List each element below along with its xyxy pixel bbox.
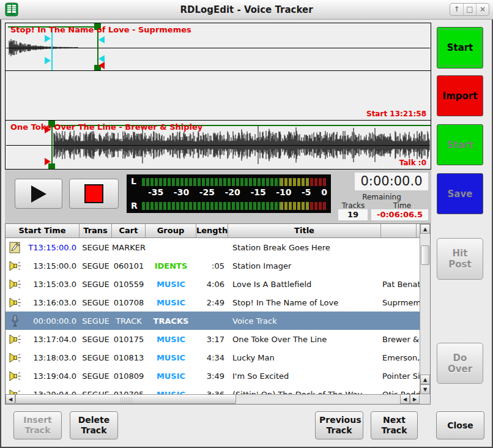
- window-title: RDLogEdit - Voice Tracker: [0, 4, 493, 15]
- next-track-button[interactable]: Next Track: [371, 411, 418, 439]
- cell-start-time: 13:15:03.0: [22, 280, 80, 289]
- column-header-start-time[interactable]: Start Time: [6, 224, 80, 238]
- stop-button[interactable]: [69, 179, 119, 209]
- cell-start-time: 13:18:03.0: [22, 353, 80, 362]
- speaker-icon: [6, 261, 22, 271]
- end-marker-icon[interactable]: [98, 62, 105, 69]
- play-button[interactable]: [15, 179, 62, 209]
- column-header-length[interactable]: Length: [196, 224, 228, 238]
- vertical-scroll-thumb[interactable]: [421, 245, 429, 265]
- remaining-tracks-label: Tracks: [333, 201, 373, 210]
- scrollbar-corner: [420, 394, 430, 404]
- playhead-marker-icon[interactable]: [45, 57, 51, 64]
- track-panel-previous-event[interactable]: Stop! In The Name of Love - Suprmemes: [5, 23, 431, 71]
- table-row[interactable]: 00:00:00.0SEGUETRACKTRACKSVoice Track: [6, 312, 420, 330]
- cell-cart: 010559: [112, 280, 146, 289]
- vu-scale-tick: -25: [199, 187, 215, 197]
- do-over-button[interactable]: Do Over: [437, 343, 483, 384]
- vertical-scrollbar[interactable]: ▲ ▲ ▼: [420, 224, 430, 394]
- start-marker-icon[interactable]: [45, 158, 51, 165]
- scroll-up-button[interactable]: ▲: [420, 375, 430, 384]
- cell-cart: 010705: [112, 390, 146, 395]
- previous-track-title: Stop! In The Name of Love - Suprmemes: [10, 25, 191, 34]
- cell-title: Station Imager: [228, 261, 381, 271]
- column-header-title[interactable]: Title: [228, 224, 381, 238]
- cell-transition: SEGUE: [80, 335, 112, 344]
- cell-transition: SEGUE: [80, 316, 112, 326]
- close-button[interactable]: Close: [436, 411, 484, 439]
- track-panel-voice-track[interactable]: Start 13:21:58: [5, 70, 431, 121]
- vu-scale-tick: -15: [250, 187, 265, 197]
- app-icon: [5, 2, 18, 17]
- scroll-grip-icon: [120, 397, 132, 403]
- start-record-button[interactable]: Start: [437, 27, 483, 69]
- scroll-right-button[interactable]: ▶: [410, 394, 420, 404]
- cell-length: 2:49: [196, 298, 228, 307]
- table-row[interactable]: 13:16:03.0SEGUE010708MUSIC2:49Stop! In T…: [6, 293, 420, 312]
- vu-scale-tick: -30: [174, 187, 189, 197]
- speaker-icon: [6, 353, 22, 363]
- cell-title: (Sittin' On) The Dock of The Way: [228, 390, 381, 395]
- left-channel-label: L: [131, 176, 136, 186]
- table-row[interactable]: 13:18:03.0SEGUE010813MUSIC4:34Lucky ManE…: [6, 348, 420, 367]
- cell-cart: 060101: [112, 261, 146, 271]
- import-button[interactable]: Import: [437, 75, 483, 116]
- save-button[interactable]: Save: [437, 173, 483, 214]
- track-panel-next-event[interactable]: One Toke Over The Line - Brewer & Shiple…: [5, 120, 431, 170]
- table-row[interactable]: 13:17:04.0SEGUE010175MUSIC3:17One Toke O…: [6, 330, 420, 348]
- talk-time-annotation: Talk :0: [399, 159, 426, 167]
- table-row[interactable]: 13:15:00.0SEGUE060101IDENTS:05Station Im…: [6, 256, 420, 275]
- cell-cart: 010708: [112, 298, 146, 307]
- scroll-left-button[interactable]: ◀: [6, 394, 15, 404]
- table-row[interactable]: T13:15:00.0SEGUEMARKERStation Break Goes…: [6, 238, 420, 256]
- cell-group: MUSIC: [146, 298, 196, 307]
- cell-artist: Pointer Sisters: [381, 371, 420, 381]
- column-header-trans[interactable]: Trans: [80, 224, 112, 238]
- cell-cart: 010175: [112, 335, 146, 344]
- cell-start-time: 13:16:03.0: [22, 298, 80, 307]
- horizontal-scroll-thumb[interactable]: [15, 394, 236, 404]
- close-window-button[interactable]: ×: [476, 4, 489, 15]
- speaker-icon: [6, 297, 22, 308]
- speaker-icon: [6, 279, 22, 289]
- cell-artist: Suprmemes: [381, 298, 420, 307]
- cell-cart: TRACK: [112, 316, 146, 326]
- scroll-down-button[interactable]: ▼: [420, 384, 430, 394]
- column-header-group[interactable]: Group: [146, 224, 196, 238]
- vu-scale-tick: -5: [302, 187, 311, 197]
- column-header-cart[interactable]: Cart: [112, 224, 146, 238]
- vu-meter-scale: -35-30-25-20-15-10-50: [142, 187, 327, 197]
- delete-track-button[interactable]: Delete Track: [70, 411, 118, 439]
- cell-group: MUSIC: [146, 335, 196, 344]
- maximize-window-button[interactable]: □: [463, 4, 476, 15]
- vu-scale-tick: -10: [276, 187, 291, 197]
- insert-track-button[interactable]: Insert Track: [13, 411, 62, 439]
- table-row[interactable]: 13:15:03.0SEGUE010559MUSIC4:06Love Is A …: [6, 275, 420, 293]
- vu-scale-tick: -20: [225, 187, 240, 197]
- playhead-marker-icon[interactable]: [45, 35, 51, 42]
- waveform-editor: Stop! In The Name of Love - Suprmemes St…: [5, 23, 431, 170]
- cell-title: I'm So Excited: [228, 371, 381, 381]
- previous-track-button[interactable]: Previous Track: [315, 411, 363, 439]
- remaining-time-value: -0:06:06.5: [371, 209, 428, 220]
- start-playback-button[interactable]: Start: [437, 124, 483, 165]
- note-icon: [6, 242, 22, 253]
- cell-cart: 010809: [112, 371, 146, 381]
- speaker-icon: [6, 389, 22, 395]
- shade-window-button[interactable]: ↑: [450, 4, 463, 15]
- horizontal-scrollbar[interactable]: ◀ ◀ ▶: [6, 394, 420, 404]
- segue-marker-icon[interactable]: [98, 36, 105, 43]
- table-row[interactable]: 13:19:04.0SEGUE010809MUSIC3:49I'm So Exc…: [6, 367, 420, 385]
- start-time-annotation: Start 13:21:58: [366, 110, 426, 118]
- hit-post-button[interactable]: Hit Post: [437, 238, 483, 280]
- play-icon: [31, 185, 46, 203]
- speaker-icon: [6, 334, 22, 345]
- column-header-blank[interactable]: [381, 224, 417, 238]
- scroll-left-button[interactable]: ◀: [400, 394, 410, 404]
- cell-title: Love Is A Battlefield: [228, 280, 381, 289]
- table-row[interactable]: 13:20:04.0SEGUE010705MUSIC3:36(Sittin' O…: [6, 385, 420, 394]
- cell-length: 3:49: [196, 371, 228, 381]
- scroll-up-button[interactable]: ▲: [420, 224, 430, 234]
- cell-transition: SEGUE: [80, 298, 112, 307]
- cell-title: Voice Track: [228, 316, 381, 326]
